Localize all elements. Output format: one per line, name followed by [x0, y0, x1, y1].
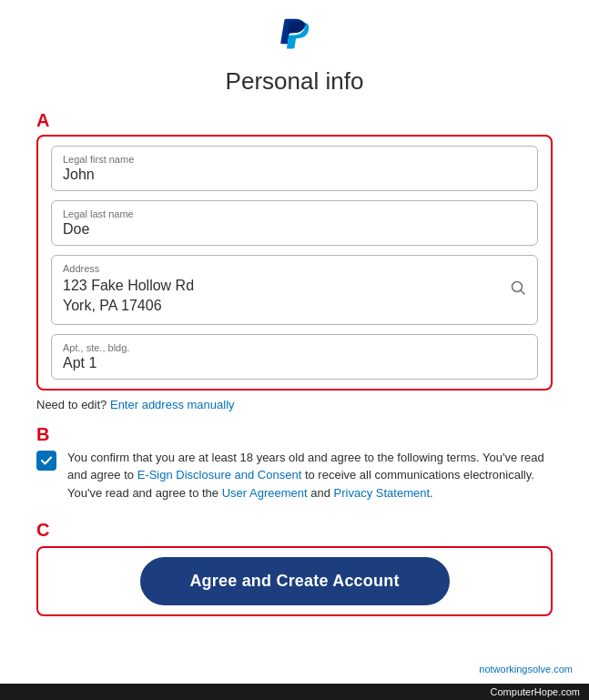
page-title: Personal info [226, 67, 364, 96]
edit-address-row: Need to edit? Enter address manually [36, 398, 235, 411]
address-field[interactable]: Address 123 Fake Hollow Rd York, PA 1740… [51, 255, 538, 325]
privacy-link[interactable]: Privacy Statement [334, 486, 431, 500]
first-name-label: Legal first name [63, 154, 526, 165]
address-label: Address [63, 263, 526, 274]
first-name-field[interactable]: Legal first name John [51, 146, 538, 191]
paypal-logo [279, 18, 311, 58]
address-value: 123 Fake Hollow Rd York, PA 17406 [63, 276, 526, 317]
watermark: notworkingsolve.com [479, 664, 573, 675]
section-a-label: A [36, 110, 49, 131]
section-c-label: C [36, 520, 49, 541]
user-agreement-link[interactable]: User Agreement [222, 486, 308, 500]
footer-bar: ComputerHope.com [0, 684, 589, 700]
consent-text3: and [308, 486, 334, 500]
consent-row: You confirm that you are at least 18 yea… [36, 449, 553, 502]
address-search-icon [510, 279, 526, 299]
last-name-field[interactable]: Legal last name Doe [51, 200, 538, 246]
svg-line-1 [521, 290, 524, 294]
form-section-a: Legal first name John Legal last name Do… [36, 135, 553, 391]
apt-label: Apt., ste., bldg. [63, 342, 526, 353]
cta-section: Agree and Create Account [36, 546, 553, 616]
consent-checkbox[interactable] [36, 451, 56, 471]
esign-link[interactable]: E-Sign Disclosure and Consent [137, 468, 302, 482]
consent-text: You confirm that you are at least 18 yea… [67, 449, 553, 502]
edit-prompt-text: Need to edit? [36, 398, 107, 411]
apt-field[interactable]: Apt., ste., bldg. Apt 1 [51, 334, 538, 380]
enter-address-manually-link[interactable]: Enter address manually [110, 398, 235, 411]
section-b-label: B [36, 424, 49, 445]
address-line1: 123 Fake Hollow Rd [63, 278, 194, 293]
first-name-value: John [63, 167, 95, 182]
apt-value: Apt 1 [63, 355, 96, 370]
footer-text: ComputerHope.com [491, 686, 580, 697]
address-line2: York, PA 17406 [63, 298, 162, 313]
agree-create-account-button[interactable]: Agree and Create Account [140, 557, 450, 605]
consent-text4: . [430, 486, 433, 500]
last-name-value: Doe [63, 221, 89, 237]
last-name-label: Legal last name [63, 208, 526, 219]
